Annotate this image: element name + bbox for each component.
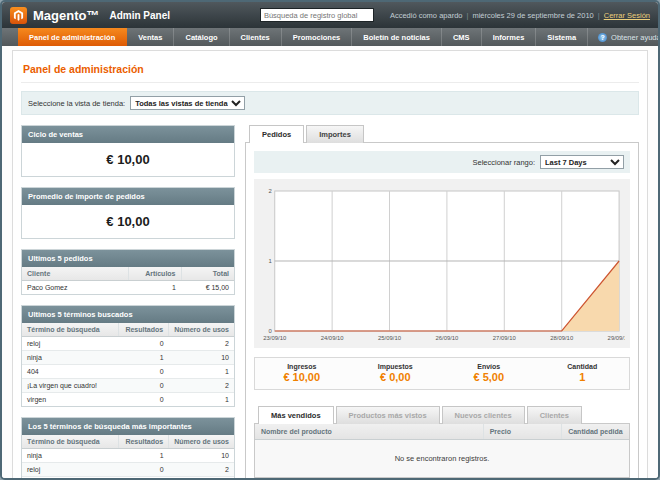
panel-title: Ultimos 5 términos buscados	[22, 306, 234, 323]
brand-name: Magento™	[33, 8, 99, 23]
last-search-terms-panel: Ultimos 5 términos buscados Término de b…	[21, 305, 235, 407]
column-header: Número de usos	[169, 323, 234, 337]
average-orders-value: € 10,00	[22, 205, 234, 238]
range-bar: Seleccionar rango: Last 7 Days	[254, 151, 630, 173]
panel-title: Promedio de importe de pedidos	[22, 188, 234, 205]
main-nav: Panel de administraciónVentasCatálogoCli…	[2, 28, 658, 46]
column-header: Término de búsqueda	[22, 323, 119, 337]
last-orders-panel: Ultimos 5 pedidos ClienteArtículosTotalP…	[21, 249, 235, 295]
browser-window: Magento™ Admin Panel Accedió como apardo…	[0, 0, 660, 480]
tab-productos-m-s-vistos[interactable]: Productos más vistos	[336, 406, 440, 424]
dashboard-right-column: PedidosImportes Seleccionar rango: Last …	[245, 125, 639, 480]
top-search-terms-panel: Los 5 términos de búsqueda más important…	[21, 417, 235, 480]
table-row[interactable]: reloj02	[22, 463, 234, 477]
nav-item-cat-logo[interactable]: Catálogo	[174, 28, 229, 46]
magento-logo-icon	[10, 7, 27, 24]
svg-text:28/09/10: 28/09/10	[550, 335, 574, 341]
tab-clientes[interactable]: Clientes	[527, 406, 582, 424]
total-ingresos: Ingresos€ 10,00	[255, 363, 349, 383]
orders-tab-content: Seleccionar rango: Last 7 Days 01223/09/…	[245, 142, 639, 480]
table-row[interactable]: 40401	[22, 365, 234, 379]
nav-item-ventas[interactable]: Ventas	[127, 28, 174, 46]
range-select[interactable]: Last 7 Days	[540, 155, 624, 169]
table-row[interactable]: virgen01	[22, 393, 234, 407]
logout-link[interactable]: Cerrar Sesión	[604, 11, 650, 20]
panel-title: Ciclo de ventas	[22, 126, 234, 143]
range-label: Seleccionar rango:	[472, 158, 535, 167]
column-header: Precio	[483, 424, 562, 440]
column-header: Cliente	[22, 267, 128, 281]
tab-pedidos[interactable]: Pedidos	[249, 125, 304, 143]
logged-in-as: Accedió como apardo	[390, 11, 463, 20]
nav-item-promociones[interactable]: Promociones	[282, 28, 353, 46]
totals-row: Ingresos€ 10,00Impuestos€ 0,00Envíos€ 5,…	[254, 357, 630, 390]
chart-tabs: PedidosImportes	[245, 125, 639, 142]
svg-text:1: 1	[269, 258, 273, 264]
table-row[interactable]: Paco Gomez1€ 15,00	[22, 281, 234, 295]
help-link[interactable]: ? Obtener ayuda para esta página	[588, 28, 660, 46]
app-header: Magento™ Admin Panel Accedió como apardo…	[2, 2, 658, 28]
total-envíos: Envíos€ 5,00	[442, 363, 536, 383]
total-impuestos: Impuestos€ 0,00	[349, 363, 443, 383]
nav-item-clientes[interactable]: Clientes	[230, 28, 282, 46]
lifetime-sales-panel: Ciclo de ventas € 10,00	[21, 125, 235, 177]
nav-item-bolet-n-de-noticias[interactable]: Boletín de noticias	[352, 28, 442, 46]
svg-text:2: 2	[269, 188, 272, 194]
help-icon: ?	[598, 33, 607, 42]
current-date: miércoles 29 de septiembre de 2010	[472, 11, 593, 20]
column-header: Número de usos	[169, 435, 234, 449]
grid-tabs: Más vendidosProductos más vistosNuevos c…	[254, 406, 630, 423]
svg-text:24/09/10: 24/09/10	[321, 335, 345, 341]
column-header: Total	[181, 267, 234, 281]
nav-item-sistema[interactable]: Sistema	[536, 28, 588, 46]
orders-area-chart: 01223/09/1024/09/1025/09/1026/09/1027/09…	[259, 186, 625, 344]
store-view-select[interactable]: Todas las vistas de tienda	[130, 96, 245, 110]
content-wrapper: Panel de administración Seleccione la vi…	[12, 50, 648, 480]
svg-text:27/09/10: 27/09/10	[493, 335, 517, 341]
svg-text:25/09/10: 25/09/10	[378, 335, 402, 341]
panel-title: Los 5 términos de búsqueda más important…	[22, 418, 234, 435]
bestsellers-grid: Nombre del productoPrecioCantidad pedida…	[254, 423, 630, 478]
average-orders-panel: Promedio de importe de pedidos € 10,00	[21, 187, 235, 239]
table-row[interactable]: ninja110	[22, 351, 234, 365]
store-view-bar: Seleccione la vista de tienda: Todas las…	[21, 91, 639, 115]
page-body: Panel de administración Seleccione la vi…	[2, 46, 658, 480]
nav-item-informes[interactable]: Informes	[482, 28, 537, 46]
dashboard-left-column: Ciclo de ventas € 10,00 Promedio de impo…	[21, 125, 235, 480]
tab-m-s-vendidos[interactable]: Más vendidos	[258, 406, 334, 424]
empty-message: No se encontraron registros.	[255, 440, 629, 478]
column-header: Término de búsqueda	[22, 435, 119, 449]
orders-chart: 01223/09/1024/09/1025/09/1026/09/1027/09…	[254, 179, 630, 348]
panel-title: Ultimos 5 pedidos	[22, 250, 234, 267]
column-header: Cantidad pedida	[562, 424, 629, 440]
header-meta: Accedió como apardo | miércoles 29 de se…	[390, 11, 650, 20]
svg-text:23/09/10: 23/09/10	[263, 335, 287, 341]
tab-nuevos-clientes[interactable]: Nuevos clientes	[442, 406, 525, 424]
nav-item-panel-de-administraci-n[interactable]: Panel de administración	[18, 28, 127, 46]
table-row[interactable]: ¡La virgen que cuadro!02	[22, 477, 234, 480]
column-header: Resultados	[119, 435, 169, 449]
table-row[interactable]: reloj02	[22, 337, 234, 351]
column-header: Nombre del producto	[255, 424, 483, 440]
page-title: Panel de administración	[21, 57, 639, 83]
nav-item-cms[interactable]: CMS	[442, 28, 482, 46]
lifetime-sales-value: € 10,00	[22, 143, 234, 176]
store-view-label: Seleccione la vista de tienda:	[28, 99, 125, 108]
svg-text:26/09/10: 26/09/10	[435, 335, 459, 341]
table-row[interactable]: ninja110	[22, 449, 234, 463]
global-search-input[interactable]	[260, 8, 374, 22]
table-row[interactable]: ¡La virgen que cuadro!02	[22, 379, 234, 393]
svg-text:29/09/10: 29/09/10	[608, 335, 625, 341]
empty-row: No se encontraron registros.	[255, 440, 629, 478]
column-header: Artículos	[128, 267, 181, 281]
column-header: Resultados	[119, 323, 169, 337]
brand-suffix: Admin Panel	[109, 10, 170, 21]
tab-importes[interactable]: Importes	[306, 125, 364, 143]
svg-text:0: 0	[269, 328, 273, 334]
total-cantidad: Cantidad1	[536, 363, 630, 383]
